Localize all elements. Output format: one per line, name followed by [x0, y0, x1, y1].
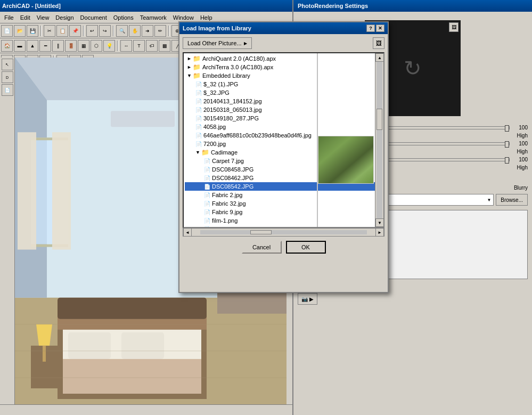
scroll-down-btn[interactable]: ▼ [375, 218, 384, 227]
tree-item[interactable]: 📄20150318_065013.jpg [185, 105, 382, 114]
modal-title-bar: Load Image from Library ? ✕ [179, 22, 388, 34]
tree-item[interactable]: 📄20140413_184152.jpg [185, 97, 382, 105]
tree-item[interactable]: 📄Fabric 9.jpg [185, 208, 382, 216]
modal-help-btn[interactable]: ? [366, 25, 375, 32]
load-image-dialog: Load Image from Library ? ✕ Load Other P… [178, 21, 389, 293]
scrollbar-track [377, 62, 382, 218]
modal-buttons: Cancel OK [179, 237, 388, 258]
tree-item[interactable]: 📄301549180_287.JPG [185, 114, 382, 123]
tree-item[interactable]: 📄film-1.png [185, 216, 382, 225]
tree-preview-image [318, 136, 374, 184]
scroll-left-btn[interactable]: ◄ [183, 228, 192, 237]
tree-item[interactable]: 📄$_32.JPG [185, 88, 382, 97]
tree-item[interactable]: 📄Fabric 2.jpg [185, 191, 382, 199]
modal-title-text: Load Image from Library [183, 25, 251, 31]
cancel-button[interactable]: Cancel [242, 241, 282, 254]
file-tree-container: ►📁ArchiQuant 2.0 (AC180).apx►📁ArchiTerra… [183, 52, 384, 228]
scrollbar-thumb[interactable] [377, 109, 382, 130]
modal-close-btn[interactable]: ✕ [376, 25, 384, 32]
load-other-arrow: ▶ [244, 41, 247, 46]
tree-divider [317, 53, 318, 227]
tree-item[interactable]: 📄$_32 (1).JPG [185, 80, 382, 88]
file-icon-button[interactable]: 🖼 [373, 37, 384, 49]
scroll-right-btn[interactable]: ► [375, 228, 384, 237]
load-other-button[interactable]: Load Other Picture... ▶ [183, 37, 252, 49]
app-window: ArchiCAD - [Untitled] File Edit View Des… [0, 0, 532, 415]
load-other-label: Load Other Picture... [187, 40, 242, 46]
horiz-thumb[interactable] [250, 230, 272, 234]
tree-item[interactable]: 📄Fabric 32.jpg [185, 199, 382, 208]
modal-title-buttons: ? ✕ [366, 25, 384, 32]
tree-item[interactable]: ►📁ArchiQuant 2.0 (AC180).apx [185, 54, 382, 63]
load-other-row: Load Other Picture... ▶ 🖼 [179, 34, 388, 52]
tree-item[interactable]: 📄frosted-glass-doors-vines1.jpeg [185, 225, 382, 227]
ok-button[interactable]: OK [286, 241, 326, 254]
scroll-up-btn[interactable]: ▲ [375, 53, 384, 62]
tree-item[interactable]: ►📁ArchiTerra 3.0 (AC180).apx [185, 63, 382, 71]
horiz-track [200, 230, 367, 234]
horiz-scrollbar[interactable]: ◄ ► [183, 228, 384, 237]
tree-scrollbar[interactable]: ▲ ▼ [375, 53, 383, 227]
tree-item[interactable]: ▼📁Embedded Library [185, 71, 382, 80]
modal-overlay: Load Image from Library ? ✕ Load Other P… [0, 0, 532, 415]
tree-item[interactable]: 📄4058.jpg [185, 123, 382, 131]
